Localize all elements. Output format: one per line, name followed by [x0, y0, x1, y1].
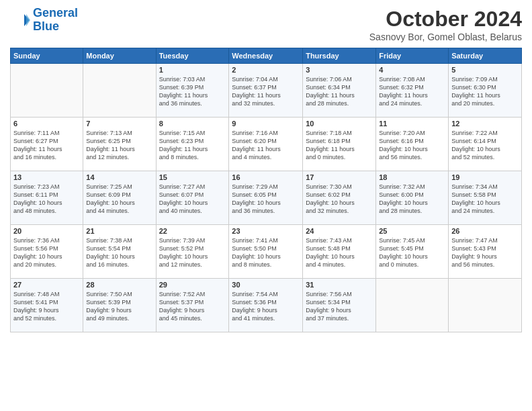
- calendar-cell: 11Sunrise: 7:20 AM Sunset: 6:16 PM Dayli…: [376, 118, 449, 171]
- calendar-cell: 15Sunrise: 7:27 AM Sunset: 6:07 PM Dayli…: [156, 171, 229, 225]
- day-number: 31: [306, 281, 373, 289]
- day-number: 7: [86, 120, 152, 128]
- day-number: 30: [232, 281, 300, 289]
- calendar-cell: 20Sunrise: 7:36 AM Sunset: 5:56 PM Dayli…: [11, 225, 83, 279]
- header-day: Thursday: [303, 48, 376, 64]
- day-number: 1: [159, 66, 226, 74]
- calendar-cell: 16Sunrise: 7:29 AM Sunset: 6:05 PM Dayli…: [229, 171, 303, 225]
- day-number: 25: [379, 227, 445, 235]
- day-info: Sunrise: 7:08 AM Sunset: 6:32 PM Dayligh…: [379, 75, 445, 108]
- day-number: 22: [159, 227, 226, 235]
- day-info: Sunrise: 7:45 AM Sunset: 5:45 PM Dayligh…: [379, 236, 445, 269]
- month-title: October 2024: [369, 7, 522, 32]
- calendar-cell: 30Sunrise: 7:54 AM Sunset: 5:36 PM Dayli…: [229, 279, 303, 332]
- calendar-cell: 21Sunrise: 7:38 AM Sunset: 5:54 PM Dayli…: [83, 225, 156, 279]
- calendar-week-row: 1Sunrise: 7:03 AM Sunset: 6:39 PM Daylig…: [11, 64, 522, 118]
- calendar-header: SundayMondayTuesdayWednesdayThursdayFrid…: [11, 48, 522, 64]
- day-info: Sunrise: 7:06 AM Sunset: 6:34 PM Dayligh…: [306, 75, 373, 108]
- day-info: Sunrise: 7:47 AM Sunset: 5:43 PM Dayligh…: [451, 236, 519, 269]
- day-info: Sunrise: 7:25 AM Sunset: 6:09 PM Dayligh…: [86, 183, 152, 216]
- day-info: Sunrise: 7:39 AM Sunset: 5:52 PM Dayligh…: [159, 236, 226, 269]
- calendar-cell: 25Sunrise: 7:45 AM Sunset: 5:45 PM Dayli…: [376, 225, 449, 279]
- calendar-cell: 28Sunrise: 7:50 AM Sunset: 5:39 PM Dayli…: [83, 279, 156, 332]
- header-day: Sunday: [11, 48, 83, 64]
- calendar-cell: 17Sunrise: 7:30 AM Sunset: 6:02 PM Dayli…: [303, 171, 376, 225]
- day-info: Sunrise: 7:36 AM Sunset: 5:56 PM Dayligh…: [13, 236, 80, 269]
- day-info: Sunrise: 7:18 AM Sunset: 6:18 PM Dayligh…: [306, 129, 373, 162]
- calendar-cell: 13Sunrise: 7:23 AM Sunset: 6:11 PM Dayli…: [11, 171, 83, 225]
- location: Sasnovy Bor, Gomel Oblast, Belarus: [369, 32, 522, 42]
- calendar-cell: 8Sunrise: 7:15 AM Sunset: 6:23 PM Daylig…: [156, 118, 229, 171]
- header: General Blue October 2024 Sasnovy Bor, G…: [10, 7, 522, 42]
- calendar-cell: 19Sunrise: 7:34 AM Sunset: 5:58 PM Dayli…: [449, 171, 522, 225]
- day-info: Sunrise: 7:38 AM Sunset: 5:54 PM Dayligh…: [86, 236, 152, 269]
- day-info: Sunrise: 7:03 AM Sunset: 6:39 PM Dayligh…: [159, 75, 226, 108]
- day-info: Sunrise: 7:04 AM Sunset: 6:37 PM Dayligh…: [232, 75, 300, 108]
- calendar-cell: 9Sunrise: 7:16 AM Sunset: 6:20 PM Daylig…: [229, 118, 303, 171]
- calendar-cell: 18Sunrise: 7:32 AM Sunset: 6:00 PM Dayli…: [376, 171, 449, 225]
- day-number: 9: [232, 120, 300, 128]
- calendar-week-row: 27Sunrise: 7:48 AM Sunset: 5:41 PM Dayli…: [11, 279, 522, 332]
- calendar-cell: 10Sunrise: 7:18 AM Sunset: 6:18 PM Dayli…: [303, 118, 376, 171]
- day-info: Sunrise: 7:23 AM Sunset: 6:11 PM Dayligh…: [13, 183, 80, 216]
- day-number: 27: [13, 281, 80, 289]
- calendar-cell: 5Sunrise: 7:09 AM Sunset: 6:30 PM Daylig…: [449, 64, 522, 118]
- day-number: 4: [379, 66, 445, 74]
- calendar-cell: 1Sunrise: 7:03 AM Sunset: 6:39 PM Daylig…: [156, 64, 229, 118]
- calendar-body: 1Sunrise: 7:03 AM Sunset: 6:39 PM Daylig…: [11, 64, 522, 332]
- header-day: Saturday: [449, 48, 522, 64]
- logo-line1: General: [33, 6, 78, 19]
- day-info: Sunrise: 7:30 AM Sunset: 6:02 PM Dayligh…: [306, 183, 373, 216]
- logo-text: General Blue: [33, 7, 78, 34]
- calendar-cell: 12Sunrise: 7:22 AM Sunset: 6:14 PM Dayli…: [449, 118, 522, 171]
- day-info: Sunrise: 7:20 AM Sunset: 6:16 PM Dayligh…: [379, 129, 445, 162]
- day-number: 14: [86, 173, 152, 181]
- calendar-cell: 23Sunrise: 7:41 AM Sunset: 5:50 PM Dayli…: [229, 225, 303, 279]
- day-info: Sunrise: 7:54 AM Sunset: 5:36 PM Dayligh…: [232, 290, 300, 323]
- day-number: 16: [232, 173, 300, 181]
- day-info: Sunrise: 7:41 AM Sunset: 5:50 PM Dayligh…: [232, 236, 300, 269]
- day-number: 6: [13, 120, 80, 128]
- day-info: Sunrise: 7:13 AM Sunset: 6:25 PM Dayligh…: [86, 129, 152, 162]
- calendar-cell: 26Sunrise: 7:47 AM Sunset: 5:43 PM Dayli…: [449, 225, 522, 279]
- header-row: SundayMondayTuesdayWednesdayThursdayFrid…: [11, 48, 522, 64]
- calendar-cell: 31Sunrise: 7:56 AM Sunset: 5:34 PM Dayli…: [303, 279, 376, 332]
- day-info: Sunrise: 7:43 AM Sunset: 5:48 PM Dayligh…: [306, 236, 373, 269]
- day-number: 8: [159, 120, 226, 128]
- calendar-cell: [376, 279, 449, 332]
- title-block: October 2024 Sasnovy Bor, Gomel Oblast, …: [369, 7, 522, 42]
- day-number: 5: [451, 66, 519, 74]
- day-number: 28: [86, 281, 152, 289]
- day-number: 11: [379, 120, 445, 128]
- logo-line2: Blue: [33, 19, 59, 33]
- day-info: Sunrise: 7:56 AM Sunset: 5:34 PM Dayligh…: [306, 290, 373, 323]
- calendar-week-row: 20Sunrise: 7:36 AM Sunset: 5:56 PM Dayli…: [11, 225, 522, 279]
- day-number: 10: [306, 120, 373, 128]
- day-number: 3: [306, 66, 373, 74]
- day-info: Sunrise: 7:50 AM Sunset: 5:39 PM Dayligh…: [86, 290, 152, 323]
- day-number: 23: [232, 227, 300, 235]
- calendar-cell: 14Sunrise: 7:25 AM Sunset: 6:09 PM Dayli…: [83, 171, 156, 225]
- day-info: Sunrise: 7:22 AM Sunset: 6:14 PM Dayligh…: [451, 129, 519, 162]
- day-number: 18: [379, 173, 445, 181]
- calendar-cell: 2Sunrise: 7:04 AM Sunset: 6:37 PM Daylig…: [229, 64, 303, 118]
- svg-marker-1: [26, 14, 30, 26]
- header-day: Tuesday: [156, 48, 229, 64]
- logo: General Blue: [10, 7, 78, 34]
- day-info: Sunrise: 7:48 AM Sunset: 5:41 PM Dayligh…: [13, 290, 80, 323]
- day-info: Sunrise: 7:27 AM Sunset: 6:07 PM Dayligh…: [159, 183, 226, 216]
- header-day: Friday: [376, 48, 449, 64]
- calendar-cell: 22Sunrise: 7:39 AM Sunset: 5:52 PM Dayli…: [156, 225, 229, 279]
- calendar-cell: 4Sunrise: 7:08 AM Sunset: 6:32 PM Daylig…: [376, 64, 449, 118]
- header-day: Wednesday: [229, 48, 303, 64]
- calendar-week-row: 13Sunrise: 7:23 AM Sunset: 6:11 PM Dayli…: [11, 171, 522, 225]
- calendar-cell: [449, 279, 522, 332]
- day-info: Sunrise: 7:29 AM Sunset: 6:05 PM Dayligh…: [232, 183, 300, 216]
- day-info: Sunrise: 7:32 AM Sunset: 6:00 PM Dayligh…: [379, 183, 445, 216]
- day-info: Sunrise: 7:52 AM Sunset: 5:37 PM Dayligh…: [159, 290, 226, 323]
- calendar-table: SundayMondayTuesdayWednesdayThursdayFrid…: [10, 48, 522, 332]
- logo-icon: [10, 10, 30, 30]
- day-number: 21: [86, 227, 152, 235]
- calendar-cell: 7Sunrise: 7:13 AM Sunset: 6:25 PM Daylig…: [83, 118, 156, 171]
- day-number: 15: [159, 173, 226, 181]
